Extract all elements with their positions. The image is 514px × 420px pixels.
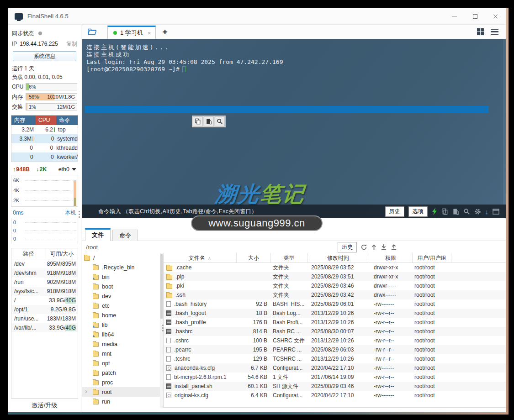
scroll-down-icon[interactable]: ↓ <box>485 208 489 215</box>
terminal-scrollbar[interactable] <box>503 39 506 205</box>
tab-session-1[interactable]: 1 学习机 × <box>107 26 156 39</box>
column-permissions[interactable]: 权限 <box>369 253 413 262</box>
tree-item[interactable]: lib <box>82 320 160 330</box>
command-input-hint: 命令输入 （双击Ctrl切换,Alt历史,Tab路径/命令,Esc关闭窗口） <box>98 208 257 215</box>
terminal-panel[interactable]: 连接主机(智能加速)... 连接主机成功 Last login: Fri Aug… <box>82 39 506 218</box>
tree-item[interactable]: / <box>82 253 160 262</box>
disk-row[interactable]: / 33.9G/40G <box>11 296 78 305</box>
tree-item[interactable]: opt <box>82 358 160 368</box>
tree-item[interactable]: proc <box>82 378 160 387</box>
column-owner[interactable]: 用户/用户组 <box>413 253 451 262</box>
tree-item[interactable]: dev <box>82 291 160 301</box>
file-row[interactable]: .ssh 文件夹 2025/08/29 03:42 drwx------ roo… <box>164 290 506 299</box>
file-row[interactable]: .pki 文件夹 2025/08/29 03:46 drwxr----- roo… <box>164 281 506 290</box>
process-header-cpu[interactable]: CPU <box>36 116 56 125</box>
accelerate-icon[interactable] <box>432 208 437 215</box>
file-row[interactable]: .bash_history 92 B BASH_HIS... 2025/08/2… <box>164 299 506 309</box>
parent-directory-icon[interactable] <box>371 244 377 251</box>
path-history-button[interactable]: 历史 <box>338 242 357 252</box>
tree-item[interactable]: .Recycle_bin <box>82 262 160 272</box>
tree-item[interactable]: etc <box>82 301 160 310</box>
process-row[interactable]: 3.3M 0 systemd <box>11 134 78 143</box>
connection-manager-icon[interactable] <box>87 28 97 36</box>
process-header-cmd[interactable]: 命令 <box>56 116 78 125</box>
system-info-button[interactable]: 系统信息 <box>13 51 76 61</box>
file-row[interactable]: .tcshrc 129 B TCSHRC ... 2013/12/29 10:2… <box>164 354 506 363</box>
file-row[interactable]: .bash_logout 18 B Bash Log... 2013/12/29… <box>164 309 506 318</box>
disk-header-size[interactable]: 可用/大小 <box>46 248 78 259</box>
tree-item[interactable]: bin <box>82 272 160 282</box>
window-mode-icon[interactable] <box>493 209 499 215</box>
history-button[interactable]: 历史 <box>385 206 404 217</box>
interface-selector[interactable]: eth0 <box>58 166 76 173</box>
tree-item-label: proc <box>102 379 113 386</box>
disk-header-path[interactable]: 路径 <box>11 248 46 259</box>
search-icon[interactable] <box>463 208 470 215</box>
ping-latency: 0ms <box>13 210 24 216</box>
disk-row[interactable]: /sys/fs/c... 918M/918M <box>11 287 78 296</box>
sidebar-splitter-handle[interactable] <box>78 211 80 220</box>
paste-icon[interactable] <box>452 208 459 215</box>
file-row[interactable]: install_panel.sh 60.1 KB SH 源文件 2025/08/… <box>164 382 506 391</box>
close-button[interactable] <box>485 8 506 25</box>
file-row[interactable]: .pip 文件夹 2025/08/29 03:51 drwxr-xr-x roo… <box>164 272 506 281</box>
tree-item[interactable]: boot <box>82 282 160 291</box>
disk-row[interactable]: /opt/1 9.2G/9.8G <box>11 305 78 314</box>
file-row[interactable]: bt-mcrypt-2.6.8.rpm.1 54.6 KB 1 文件 2017/… <box>164 373 506 382</box>
copy-button[interactable] <box>193 116 203 126</box>
process-row[interactable]: 3.2M 6.2 top <box>11 125 78 134</box>
minimize-button[interactable] <box>444 8 465 25</box>
tree-item[interactable]: lib64 <box>82 330 160 339</box>
maximize-button[interactable] <box>465 8 485 25</box>
current-path-input[interactable]: /root <box>86 244 98 251</box>
tree-item[interactable]: media <box>82 339 160 349</box>
file-row[interactable]: .bash_profile 176 B Bash Profi... 2013/1… <box>164 318 506 327</box>
tab-commands[interactable]: 命令 <box>112 230 138 241</box>
disk-row[interactable]: /dev/shm 918M/918M <box>11 268 78 278</box>
menu-icon[interactable] <box>491 29 498 35</box>
column-mtime[interactable]: 修改时间 <box>307 253 369 262</box>
process-header-mem[interactable]: 内存 <box>11 116 36 125</box>
file-perm-cell: drwx------ <box>369 292 413 298</box>
mem-meter-bar: 56% 1020M/1.8G <box>26 93 77 100</box>
refresh-icon[interactable] <box>360 244 367 251</box>
file-row[interactable]: .cshrc 100 B CSHRC 文件 2013/12/29 10:26 -… <box>164 336 506 345</box>
search-button[interactable] <box>215 116 225 126</box>
disk-row[interactable]: /dev 895M/895M <box>11 259 78 268</box>
process-row[interactable]: 0 0 kthreadd <box>11 143 78 152</box>
column-filename[interactable]: 文件名 <box>164 253 237 262</box>
file-type-cell: TCSHRC ... <box>271 356 307 362</box>
tree-item[interactable]: patch <box>82 368 160 378</box>
process-row[interactable]: 0 0 kworker/ <box>11 152 78 162</box>
options-button[interactable]: 选项 <box>408 206 428 217</box>
upload-icon[interactable] <box>391 244 397 251</box>
column-size[interactable]: 大小 <box>237 253 271 262</box>
gear-icon[interactable] <box>474 208 481 215</box>
tree-splitter-handle[interactable] <box>162 325 164 334</box>
file-row[interactable]: .pearrc 195 B PEARRC ... 2025/08/29 06:0… <box>164 345 506 354</box>
tab-files[interactable]: 文件 <box>85 228 111 241</box>
copy-icon[interactable] <box>441 208 448 215</box>
layout-grid-icon[interactable] <box>477 28 484 35</box>
file-row[interactable]: anaconda-ks.cfg 6.7 KB Configurat... 202… <box>164 363 506 373</box>
disk-row[interactable]: /run 902M/918M <box>11 278 78 287</box>
disk-row[interactable]: /run/use... 183M/183M <box>11 314 78 323</box>
tree-item[interactable]: mnt <box>82 349 160 358</box>
column-type[interactable]: 类型 <box>271 253 307 262</box>
ping-host[interactable]: 本机 <box>65 209 76 217</box>
process-table-header: 内存 CPU 命令 <box>11 116 78 125</box>
download-icon[interactable] <box>381 244 387 251</box>
file-row[interactable]: original-ks.cfg 6.4 KB Configurat... 202… <box>164 391 506 400</box>
tab-close-icon[interactable]: × <box>148 30 151 37</box>
tree-item[interactable]: run <box>82 397 160 406</box>
file-row[interactable]: .cache 文件夹 2025/08/29 03:52 drwxr-xr-x r… <box>164 263 506 272</box>
file-type-cell: CSHRC 文件 <box>271 337 307 345</box>
new-tab-button[interactable]: + <box>162 27 167 37</box>
disk-row[interactable]: /var/lib/... 33.9G/40G <box>11 323 78 332</box>
file-row[interactable]: .bashrc 814 B Bash RC ... 2025/08/30 00:… <box>164 327 506 336</box>
copy-ip-link[interactable]: 复制 <box>66 40 77 48</box>
paste-button[interactable] <box>204 116 214 126</box>
tree-item[interactable]: root <box>82 387 160 397</box>
tree-item[interactable]: home <box>82 310 160 320</box>
activate-upgrade-link[interactable]: 激活/升级 <box>8 399 81 412</box>
